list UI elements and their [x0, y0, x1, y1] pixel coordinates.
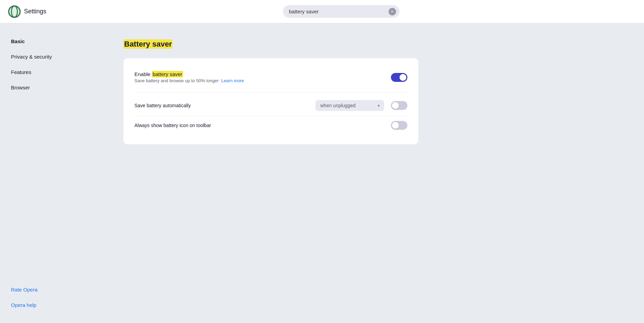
search-container: × [283, 5, 399, 18]
toggle-slider-2 [391, 101, 407, 110]
always-show-battery-icon-controls [391, 121, 407, 130]
main-content: Battery saver Enable battery saver Save … [102, 23, 644, 323]
save-battery-dropdown[interactable]: always when unplugged never [315, 100, 384, 111]
toggle-slider [391, 73, 407, 82]
sidebar-item-browser[interactable]: Browser [0, 80, 102, 95]
save-battery-toggle[interactable] [391, 101, 407, 110]
header-title: Settings [24, 8, 46, 15]
enable-battery-saver-row: Enable battery saver Save battery and br… [134, 68, 407, 87]
always-show-battery-icon-label: Always show battery icon on toolbar [134, 123, 391, 128]
layout: Basic Privacy & security Features Browse… [0, 23, 644, 323]
sidebar-item-privacy-security[interactable]: Privacy & security [0, 50, 102, 64]
close-icon: × [391, 9, 394, 14]
settings-card: Enable battery saver Save battery and br… [123, 58, 418, 144]
label-highlight: battery saver [152, 71, 183, 77]
page-title-highlight: Battery saver [123, 39, 172, 49]
save-battery-automatically-row: Save battery automatically always when u… [134, 95, 407, 116]
always-show-battery-icon-row: Always show battery icon on toolbar [134, 116, 407, 135]
enable-battery-saver-description: Save battery and browse up to 50% longer… [134, 78, 391, 83]
dropdown-wrapper: always when unplugged never [315, 100, 384, 111]
sidebar-item-opera-help[interactable]: Opera help [0, 298, 102, 312]
page-heading: Battery saver [123, 40, 622, 49]
save-battery-automatically-controls: always when unplugged never [315, 100, 407, 111]
sidebar-item-rate-opera[interactable]: Rate Opera [0, 283, 102, 297]
toggle-slider-3 [391, 121, 407, 130]
label-prefix: Enable [134, 71, 152, 77]
learn-more-link[interactable]: Learn more [221, 78, 244, 83]
search-clear-button[interactable]: × [389, 8, 396, 15]
enable-battery-saver-info: Enable battery saver Save battery and br… [134, 71, 391, 83]
opera-logo-icon [8, 5, 21, 18]
enable-battery-saver-toggle[interactable] [391, 73, 407, 82]
page-title: Battery saver [123, 40, 172, 49]
header: Settings × [0, 0, 644, 23]
description-text: Save battery and browse up to 50% longer [134, 78, 219, 83]
logo-area: Settings [8, 5, 46, 18]
sidebar: Basic Privacy & security Features Browse… [0, 23, 102, 323]
save-battery-automatically-label: Save battery automatically [134, 103, 315, 108]
sidebar-item-features[interactable]: Features [0, 65, 102, 79]
always-show-battery-icon-toggle[interactable] [391, 121, 407, 130]
sidebar-item-basic[interactable]: Basic [0, 34, 102, 48]
search-input[interactable] [283, 5, 399, 18]
sub-settings: Save battery automatically always when u… [134, 92, 407, 135]
enable-battery-saver-label: Enable battery saver [134, 71, 391, 77]
